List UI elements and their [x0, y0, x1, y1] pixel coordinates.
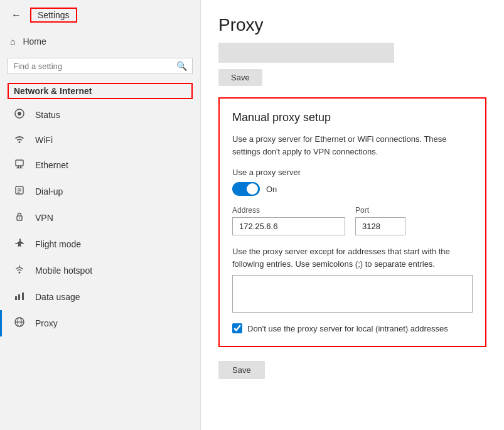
svg-rect-3 — [18, 166, 19, 168]
settings-label: Settings — [30, 8, 77, 23]
search-input[interactable] — [13, 62, 173, 71]
svg-point-1 — [18, 112, 21, 116]
exclude-description: Use the proxy server except for addresse… — [232, 245, 473, 270]
proxy-nav-label: Proxy — [35, 318, 58, 328]
sidebar-item-dialup[interactable]: Dial-up — [0, 178, 200, 205]
back-button[interactable]: ← — [8, 6, 25, 24]
datausage-label: Data usage — [35, 292, 80, 302]
svg-point-11 — [19, 218, 20, 219]
proxy-icon — [13, 316, 26, 330]
main-content: Proxy Save Manual proxy setup Use a prox… — [201, 0, 504, 430]
address-input[interactable] — [232, 217, 345, 235]
ethernet-icon — [13, 158, 26, 172]
hotspot-label: Mobile hotspot — [35, 266, 92, 276]
home-label: Home — [23, 36, 46, 46]
vpn-icon — [13, 211, 26, 225]
top-input-bar — [218, 43, 394, 63]
sidebar-item-proxy[interactable]: Proxy — [0, 310, 200, 336]
svg-rect-2 — [16, 160, 23, 166]
vpn-label: VPN — [35, 213, 53, 223]
svg-rect-5 — [16, 168, 23, 168]
save-button-top[interactable]: Save — [218, 69, 262, 86]
wifi-icon — [13, 134, 26, 146]
status-label: Status — [35, 110, 60, 120]
svg-rect-15 — [22, 293, 24, 300]
sidebar-item-wifi[interactable]: WiFi — [0, 128, 200, 152]
save-button-bottom[interactable]: Save — [218, 361, 265, 379]
home-icon: ⌂ — [10, 36, 15, 46]
sidebar-item-hotspot[interactable]: Mobile hotspot — [0, 257, 200, 284]
svg-rect-14 — [18, 294, 20, 300]
datausage-icon — [13, 290, 26, 304]
wifi-label: WiFi — [35, 135, 53, 145]
sidebar-header: ← Settings — [0, 0, 200, 30]
port-field-group: Port — [355, 206, 405, 235]
sidebar-item-status[interactable]: Status — [0, 102, 200, 128]
hotspot-icon — [13, 264, 26, 277]
sidebar-item-vpn[interactable]: VPN — [0, 205, 200, 231]
port-input[interactable] — [355, 217, 405, 235]
fields-row: Address Port — [232, 206, 473, 235]
ethernet-label: Ethernet — [35, 160, 68, 170]
status-icon — [13, 108, 26, 122]
svg-point-12 — [19, 272, 21, 274]
port-label: Port — [355, 206, 405, 215]
proxy-setup-box: Manual proxy setup Use a proxy server fo… — [218, 97, 486, 347]
address-label: Address — [232, 206, 345, 215]
dialup-label: Dial-up — [35, 186, 63, 196]
proxy-toggle[interactable] — [232, 182, 260, 196]
svg-rect-13 — [15, 296, 17, 300]
proxy-description: Use a proxy server for Ethernet or WiFi … — [232, 133, 473, 158]
checkbox-row: Don't use the proxy server for local (in… — [232, 323, 473, 333]
flight-icon — [13, 237, 26, 251]
search-bar: 🔍 — [8, 58, 193, 74]
checkbox-label: Don't use the proxy server for local (in… — [247, 324, 448, 333]
sidebar-item-home[interactable]: ⌂ Home — [0, 30, 200, 53]
section-header: Network & Internet — [8, 83, 193, 99]
dialup-icon — [13, 185, 26, 198]
exclude-textarea[interactable] — [232, 275, 473, 313]
page-title: Proxy — [218, 15, 486, 35]
svg-rect-4 — [20, 166, 21, 168]
flight-label: Flight mode — [35, 239, 81, 249]
sidebar-nav: Status WiFi Ethernet Dial-up VPN — [0, 102, 200, 336]
local-checkbox[interactable] — [232, 323, 242, 333]
sidebar: ← Settings ⌂ Home 🔍 Network & Internet S… — [0, 0, 201, 430]
sidebar-item-datausage[interactable]: Data usage — [0, 284, 200, 310]
sidebar-item-flight[interactable]: Flight mode — [0, 231, 200, 257]
toggle-on-label: On — [266, 185, 277, 194]
proxy-box-title: Manual proxy setup — [232, 111, 473, 124]
sidebar-item-ethernet[interactable]: Ethernet — [0, 152, 200, 178]
toggle-thumb — [247, 183, 258, 195]
use-proxy-label: Use a proxy server — [232, 168, 473, 177]
search-icon[interactable]: 🔍 — [176, 61, 187, 71]
toggle-row: On — [232, 182, 473, 196]
address-field-group: Address — [232, 206, 345, 235]
